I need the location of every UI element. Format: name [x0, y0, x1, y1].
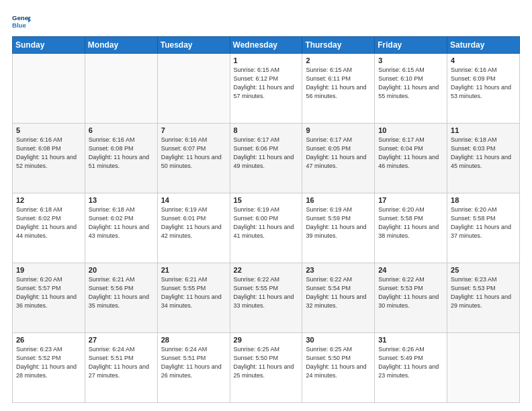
calendar-week-row: 12Sunrise: 6:18 AM Sunset: 6:02 PM Dayli…: [13, 193, 520, 263]
calendar-cell: 2Sunrise: 6:15 AM Sunset: 6:11 PM Daylig…: [302, 54, 375, 124]
day-info: Sunrise: 6:18 AM Sunset: 6:02 PM Dayligh…: [89, 205, 154, 240]
calendar-cell: [85, 54, 157, 124]
weekday-header-wednesday: Wednesday: [230, 37, 302, 54]
day-number: 27: [89, 336, 154, 344]
day-info: Sunrise: 6:19 AM Sunset: 5:59 PM Dayligh…: [306, 205, 371, 240]
calendar-cell: 1Sunrise: 6:15 AM Sunset: 6:12 PM Daylig…: [230, 54, 302, 124]
logo-icon: General Blue: [12, 12, 31, 31]
day-number: 11: [451, 126, 516, 134]
day-info: Sunrise: 6:16 AM Sunset: 6:08 PM Dayligh…: [16, 136, 81, 171]
day-number: 2: [306, 56, 371, 64]
day-info: Sunrise: 6:18 AM Sunset: 6:02 PM Dayligh…: [16, 205, 81, 240]
calendar-week-row: 19Sunrise: 6:20 AM Sunset: 5:57 PM Dayli…: [13, 263, 520, 333]
weekday-header-thursday: Thursday: [302, 37, 375, 54]
calendar-cell: 21Sunrise: 6:21 AM Sunset: 5:55 PM Dayli…: [157, 263, 230, 333]
logo: General Blue: [12, 12, 31, 31]
calendar-cell: 30Sunrise: 6:25 AM Sunset: 5:50 PM Dayli…: [302, 333, 375, 403]
day-info: Sunrise: 6:21 AM Sunset: 5:56 PM Dayligh…: [89, 275, 154, 310]
day-number: 31: [378, 336, 443, 344]
day-info: Sunrise: 6:24 AM Sunset: 5:51 PM Dayligh…: [89, 345, 154, 380]
calendar-cell: 27Sunrise: 6:24 AM Sunset: 5:51 PM Dayli…: [85, 333, 157, 403]
day-number: 13: [89, 196, 154, 204]
calendar-week-row: 5Sunrise: 6:16 AM Sunset: 6:08 PM Daylig…: [13, 124, 520, 193]
day-info: Sunrise: 6:15 AM Sunset: 6:10 PM Dayligh…: [378, 66, 443, 101]
day-info: Sunrise: 6:16 AM Sunset: 6:07 PM Dayligh…: [161, 136, 226, 171]
day-number: 5: [16, 126, 81, 134]
day-number: 28: [161, 336, 226, 344]
calendar-cell: 20Sunrise: 6:21 AM Sunset: 5:56 PM Dayli…: [85, 263, 157, 333]
day-info: Sunrise: 6:17 AM Sunset: 6:06 PM Dayligh…: [234, 136, 299, 171]
calendar-cell: 12Sunrise: 6:18 AM Sunset: 6:02 PM Dayli…: [13, 193, 85, 263]
day-number: 14: [161, 196, 226, 204]
calendar-cell: 9Sunrise: 6:17 AM Sunset: 6:05 PM Daylig…: [302, 124, 375, 193]
calendar-cell: 5Sunrise: 6:16 AM Sunset: 6:08 PM Daylig…: [13, 124, 85, 193]
calendar-cell: 14Sunrise: 6:19 AM Sunset: 6:01 PM Dayli…: [157, 193, 230, 263]
header: General Blue: [12, 12, 520, 31]
day-info: Sunrise: 6:15 AM Sunset: 6:12 PM Dayligh…: [234, 66, 299, 101]
day-number: 25: [451, 266, 516, 274]
calendar-cell: 16Sunrise: 6:19 AM Sunset: 5:59 PM Dayli…: [302, 193, 375, 263]
day-number: 29: [234, 336, 299, 344]
day-number: 18: [451, 196, 516, 204]
day-info: Sunrise: 6:15 AM Sunset: 6:11 PM Dayligh…: [306, 66, 371, 101]
day-number: 6: [89, 126, 154, 134]
day-number: 4: [451, 56, 516, 64]
day-info: Sunrise: 6:16 AM Sunset: 6:08 PM Dayligh…: [89, 136, 154, 171]
calendar-cell: [157, 54, 230, 124]
calendar-cell: 25Sunrise: 6:23 AM Sunset: 5:53 PM Dayli…: [447, 263, 520, 333]
day-number: 17: [378, 196, 443, 204]
day-info: Sunrise: 6:23 AM Sunset: 5:52 PM Dayligh…: [16, 345, 81, 380]
day-number: 22: [234, 266, 299, 274]
day-number: 1: [234, 56, 299, 64]
day-info: Sunrise: 6:21 AM Sunset: 5:55 PM Dayligh…: [161, 275, 226, 310]
day-number: 23: [306, 266, 371, 274]
calendar-cell: 28Sunrise: 6:24 AM Sunset: 5:51 PM Dayli…: [157, 333, 230, 403]
calendar-week-row: 26Sunrise: 6:23 AM Sunset: 5:52 PM Dayli…: [13, 333, 520, 403]
day-info: Sunrise: 6:17 AM Sunset: 6:05 PM Dayligh…: [306, 136, 371, 171]
day-number: 15: [234, 196, 299, 204]
day-number: 8: [234, 126, 299, 134]
day-info: Sunrise: 6:24 AM Sunset: 5:51 PM Dayligh…: [161, 345, 226, 380]
day-number: 16: [306, 196, 371, 204]
weekday-header-row: SundayMondayTuesdayWednesdayThursdayFrid…: [13, 37, 520, 54]
day-info: Sunrise: 6:19 AM Sunset: 6:01 PM Dayligh…: [161, 205, 226, 240]
calendar-cell: 23Sunrise: 6:22 AM Sunset: 5:54 PM Dayli…: [302, 263, 375, 333]
day-number: 3: [378, 56, 443, 64]
day-number: 12: [16, 196, 81, 204]
weekday-header-sunday: Sunday: [13, 37, 85, 54]
day-number: 19: [16, 266, 81, 274]
day-info: Sunrise: 6:22 AM Sunset: 5:54 PM Dayligh…: [306, 275, 371, 310]
calendar-table: SundayMondayTuesdayWednesdayThursdayFrid…: [12, 36, 520, 403]
day-number: 30: [306, 336, 371, 344]
page: General Blue SundayMondayTuesdayWednesda…: [0, 0, 532, 411]
calendar-cell: 26Sunrise: 6:23 AM Sunset: 5:52 PM Dayli…: [13, 333, 85, 403]
calendar-cell: 29Sunrise: 6:25 AM Sunset: 5:50 PM Dayli…: [230, 333, 302, 403]
day-info: Sunrise: 6:22 AM Sunset: 5:53 PM Dayligh…: [378, 275, 443, 310]
day-info: Sunrise: 6:26 AM Sunset: 5:49 PM Dayligh…: [378, 345, 443, 380]
calendar-cell: 15Sunrise: 6:19 AM Sunset: 6:00 PM Dayli…: [230, 193, 302, 263]
day-number: 24: [378, 266, 443, 274]
calendar-cell: [13, 54, 85, 124]
calendar-cell: 4Sunrise: 6:16 AM Sunset: 6:09 PM Daylig…: [447, 54, 520, 124]
day-number: 26: [16, 336, 81, 344]
calendar-cell: 3Sunrise: 6:15 AM Sunset: 6:10 PM Daylig…: [375, 54, 447, 124]
day-number: 7: [161, 126, 226, 134]
day-info: Sunrise: 6:17 AM Sunset: 6:04 PM Dayligh…: [378, 136, 443, 171]
day-number: 9: [306, 126, 371, 134]
day-info: Sunrise: 6:20 AM Sunset: 5:58 PM Dayligh…: [378, 205, 443, 240]
day-info: Sunrise: 6:25 AM Sunset: 5:50 PM Dayligh…: [234, 345, 299, 380]
day-info: Sunrise: 6:22 AM Sunset: 5:55 PM Dayligh…: [234, 275, 299, 310]
day-info: Sunrise: 6:25 AM Sunset: 5:50 PM Dayligh…: [306, 345, 371, 380]
calendar-cell: 11Sunrise: 6:18 AM Sunset: 6:03 PM Dayli…: [447, 124, 520, 193]
calendar-cell: 19Sunrise: 6:20 AM Sunset: 5:57 PM Dayli…: [13, 263, 85, 333]
weekday-header-tuesday: Tuesday: [157, 37, 230, 54]
calendar-cell: 8Sunrise: 6:17 AM Sunset: 6:06 PM Daylig…: [230, 124, 302, 193]
calendar-cell: [447, 333, 520, 403]
day-number: 20: [89, 266, 154, 274]
day-info: Sunrise: 6:20 AM Sunset: 5:57 PM Dayligh…: [16, 275, 81, 310]
calendar-cell: 6Sunrise: 6:16 AM Sunset: 6:08 PM Daylig…: [85, 124, 157, 193]
day-info: Sunrise: 6:18 AM Sunset: 6:03 PM Dayligh…: [451, 136, 516, 171]
svg-text:Blue: Blue: [12, 21, 26, 29]
calendar-week-row: 1Sunrise: 6:15 AM Sunset: 6:12 PM Daylig…: [13, 54, 520, 124]
calendar-cell: 17Sunrise: 6:20 AM Sunset: 5:58 PM Dayli…: [375, 193, 447, 263]
